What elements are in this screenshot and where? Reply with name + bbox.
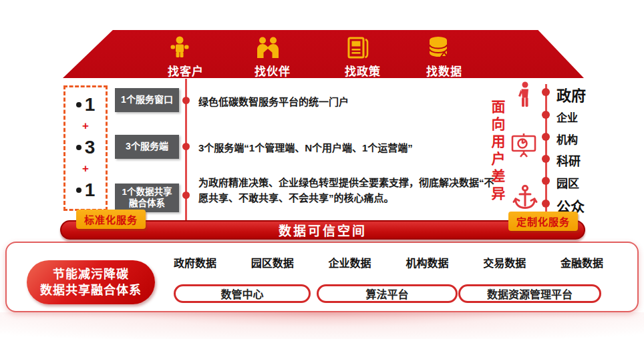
platform-data-resource-management: 数据资源管理平台 [458,284,601,303]
service-box-fusion: 1个数据共享融合体系 [115,184,179,212]
partner-icon [255,35,291,61]
service-desc-window: 绿色低碳数智服务平台的统一门户 [198,95,486,110]
user-label-government: 政府 [556,83,586,105]
pill-line2: 数据共享融合体系 [40,282,142,298]
fusion-system-pill: 节能减污降碳 数据共享融合体系 [27,260,155,304]
timeline-dot [182,192,190,199]
plus-sign: + [82,119,89,133]
timeline-dot [182,97,190,104]
user-dot [542,88,550,96]
banner-label: 找政策 [345,65,381,78]
user-dot [542,133,550,141]
banner-item-data: 找数据 [426,35,462,79]
pill-line1: 节能减污降碳 [53,266,129,282]
data-type-park: 园区数据 [251,254,294,270]
formula-number: 1 [76,94,96,115]
banner-label: 找客户 [168,65,204,78]
data-types-row: 政府数据 园区数据 企业数据 机构数据 交易数据 金融数据 [174,254,603,270]
platform-data-management-center: 数管中心 [174,284,311,303]
data-type-enterprise: 企业数据 [329,254,371,270]
standardized-service-badge: 标准化服务 [76,210,146,229]
anchor-icon [512,184,538,212]
formula-box: 1 + 3 + 1 [63,85,108,211]
user-dot [542,111,550,119]
banner-label: 找数据 [426,65,462,78]
data-type-institution: 机构数据 [406,254,448,270]
data-icon [426,35,462,61]
banner-label: 找伙伴 [255,65,291,78]
data-type-finance: 金融数据 [560,254,603,270]
service-desc-clients: 3个服务端“1个管理端、N个用户端、1个运营端” [198,141,506,156]
service-box-clients: 3个服务端 [115,135,179,159]
formula-number: 3 [76,137,96,158]
banner-item-policy: 找政策 [345,35,381,79]
bullet-dot [76,102,82,107]
data-type-government: 政府数据 [174,254,216,270]
formula-number: 1 [76,180,96,201]
top-banner: 找客户 找伙伴 找政策 [63,30,584,78]
timeline-dot [182,143,190,150]
plus-sign: + [82,162,89,176]
user-label-park: 园区 [556,174,579,191]
user-dot [542,177,550,185]
bullet-dot [76,188,82,193]
data-type-transaction: 交易数据 [483,254,526,270]
user-dot [542,200,550,208]
banner-item-partners: 找伙伴 [255,35,291,79]
user-person-icon [513,81,536,109]
presentation-board-icon [509,132,538,161]
platform-algorithm: 算法平台 [317,284,458,303]
service-desc-fusion: 为政府精准决策、企业绿色转型提供全要素支撑，彻底解决数据“不愿共享、不敢共享、不… [198,176,500,206]
user-label-institution: 机构 [556,131,578,147]
data-foundation-panel: 节能减污降碳 数据共享融合体系 政府数据 园区数据 企业数据 机构数据 交易数据… [5,242,639,312]
policy-icon [345,35,381,61]
service-box-window: 1个服务窗口 [115,88,179,112]
user-label-enterprise: 企业 [556,109,578,125]
banner-item-customers: 找客户 [168,35,204,79]
bullet-dot [76,145,82,150]
user-label-research: 科研 [556,151,581,169]
customer-icon [168,35,204,61]
user-dot [542,155,550,163]
customized-service-badge: 定制化服务 [508,212,578,231]
bottom-glow [0,312,644,339]
vertical-title-user-difference: 面向用户差异 [490,99,504,204]
